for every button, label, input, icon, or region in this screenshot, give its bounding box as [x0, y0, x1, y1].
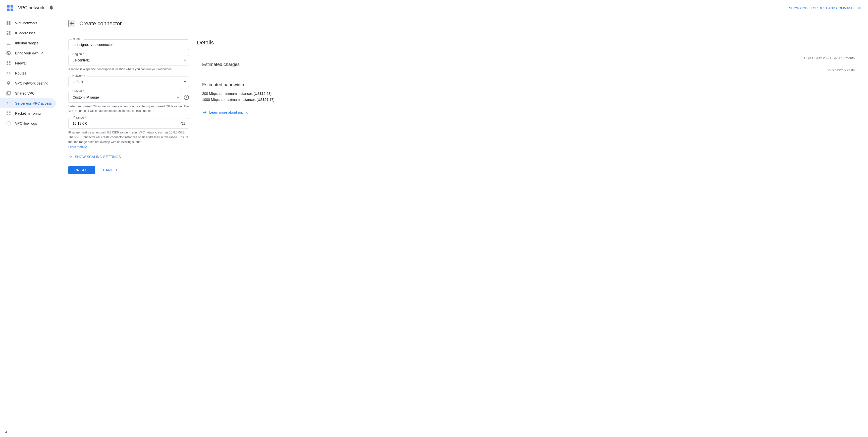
subnet-select[interactable]: Custom IP range [68, 92, 182, 103]
network-costs-label: Plus network costs [202, 68, 855, 76]
app-icon [6, 4, 14, 12]
form-section: Name * Region * us-central1 ▾ A region i… [68, 39, 189, 174]
sidebar-item-firewall[interactable]: Firewall [0, 58, 56, 68]
mirror-icon [6, 111, 11, 116]
bandwidth-min: 200 Mbps at minimum instances (US$12.23) [202, 92, 855, 96]
back-button[interactable] [68, 20, 75, 27]
estimated-charges-label: Estimated charges [202, 62, 855, 67]
sidebar-label-vpc-flow-logs: VPC flow logs [15, 122, 37, 126]
menu-icon [6, 41, 11, 46]
collapse-icon: ◄ [4, 430, 7, 434]
sidebar-label-ip-addresses: IP addresses [15, 31, 35, 35]
network-field: Network * default ▾ [68, 76, 189, 87]
sidebar-label-packet-mirroring: Packet mirroring [15, 111, 41, 115]
grid-icon [6, 21, 11, 26]
scaling-label: SHOW SCALING SETTINGS [75, 155, 121, 159]
globe-icon [6, 51, 11, 56]
sidebar-collapse-button[interactable]: ◄ [0, 427, 60, 437]
name-label: Name * [71, 37, 84, 41]
estimated-bandwidth-label: Estimated bandwidth [202, 82, 855, 88]
ip-range-field: IP range * /28 IP range must be an unuse… [68, 118, 189, 149]
svg-rect-4 [7, 31, 8, 32]
topbar: VPC network SHOW CODE FOR REST AND COMMA… [0, 0, 868, 16]
pricing-range: USD US$12.23 – US$61.17/month [202, 56, 855, 60]
sidebar-item-vpc-network-peering[interactable]: VPC network peering [0, 78, 56, 88]
svg-rect-5 [7, 33, 8, 35]
subnet-row: Subnet * Custom IP range ▾ ? [68, 92, 189, 103]
sidebar-label-vpc-network-peering: VPC network peering [15, 81, 48, 85]
firewall-icon [6, 61, 11, 66]
sidebar-label-bring-your-own-ip: Bring your own IP [15, 51, 43, 55]
page-header: Create connector [60, 16, 868, 31]
ip-range-input-wrapper: IP range * /28 [68, 118, 189, 129]
scaling-settings-toggle[interactable]: SHOW SCALING SETTINGS [68, 155, 189, 159]
learn-more-pricing-label: Learn more about pricing [209, 110, 248, 114]
name-input[interactable] [68, 40, 189, 50]
sidebar-item-bring-your-own-ip[interactable]: Bring your own IP [0, 48, 56, 58]
subnet-label: Subnet * [71, 90, 85, 93]
cancel-button[interactable]: CANCEL [99, 166, 122, 174]
main-content: Create connector Name * Region * [60, 16, 868, 437]
logs-icon [6, 121, 11, 126]
serverless-icon [6, 101, 11, 106]
region-select-wrapper: Region * us-central1 ▾ [68, 55, 189, 65]
network-select-wrapper: Network * default ▾ [68, 76, 189, 87]
sidebar-label-shared-vpc: Shared VPC [15, 91, 35, 95]
show-code-link[interactable]: SHOW CODE FOR REST AND COMMAND LINE [789, 6, 862, 10]
bandwidth-section: Estimated bandwidth 200 Mbps at minimum … [202, 80, 855, 115]
sidebar-item-ip-addresses[interactable]: IP addresses [0, 28, 56, 38]
ip-range-label: IP range * [71, 116, 87, 120]
subnet-help-icon[interactable]: ? [184, 95, 189, 100]
routes-icon [6, 71, 11, 76]
topbar-left: VPC network [6, 4, 54, 12]
page-title: Create connector [80, 20, 122, 27]
bell-icon[interactable] [49, 5, 54, 11]
learn-more-pricing-link[interactable]: Learn more about pricing [202, 106, 855, 115]
region-hint: A region is a specific geographical loca… [68, 67, 189, 71]
subnet-select-wrapper: Subnet * Custom IP range ▾ [68, 92, 182, 103]
svg-rect-6 [9, 31, 10, 34]
ip-range-hint: IP range must be an unused /28 CIDR rang… [68, 130, 189, 149]
network-select[interactable]: default [68, 76, 189, 87]
action-buttons: CREATE CANCEL [68, 166, 189, 174]
sidebar-label-routes: Routes [15, 71, 26, 75]
sidebar-label-serverless-vpc-access: Serverless VPC access [15, 101, 52, 105]
region-label: Region * [71, 53, 85, 56]
sidebar-item-vpc-networks[interactable]: VPC networks [0, 18, 56, 28]
sidebar-item-serverless-vpc-access[interactable]: Serverless VPC access [0, 98, 56, 108]
sidebar-item-routes[interactable]: Routes [0, 68, 56, 78]
svg-rect-1 [10, 5, 13, 7]
sidebar: VPC networks IP addresses Internal range… [0, 16, 60, 437]
sidebar-item-packet-mirroring[interactable]: Packet mirroring [0, 108, 56, 119]
sidebar-item-vpc-flow-logs[interactable]: VPC flow logs [0, 119, 56, 129]
arrow-right-icon [202, 110, 207, 115]
create-button[interactable]: CREATE [68, 166, 95, 174]
learn-more-link[interactable]: Learn more [68, 145, 84, 149]
ip-range-suffix: /28 [181, 122, 186, 126]
name-field: Name * [68, 39, 189, 50]
app-title: VPC network [18, 5, 44, 10]
bandwidth-max: 1000 Mbps at maximum instances (US$61.17… [202, 98, 855, 102]
sidebar-label-internal-ranges: Internal ranges [15, 41, 38, 45]
sidebar-item-shared-vpc[interactable]: Shared VPC [0, 88, 56, 98]
svg-rect-3 [10, 8, 13, 11]
ip-range-hint-text: IP range must be an unused /28 CIDR rang… [68, 131, 188, 144]
chevron-down-icon [68, 155, 73, 159]
svg-rect-2 [7, 8, 9, 11]
svg-rect-7 [9, 34, 10, 35]
region-field: Region * us-central1 ▾ A region is a spe… [68, 55, 189, 71]
sidebar-label-firewall: Firewall [15, 61, 27, 65]
peering-icon [6, 81, 11, 86]
dashboard-icon [6, 31, 11, 36]
layout: VPC networks IP addresses Internal range… [0, 16, 868, 437]
subnet-field: Subnet * Custom IP range ▾ ? Select an u… [68, 92, 189, 113]
region-select[interactable]: us-central1 [68, 55, 189, 65]
sidebar-label-vpc-networks: VPC networks [15, 21, 37, 25]
ip-range-input[interactable] [68, 119, 189, 129]
network-label: Network * [71, 74, 86, 77]
content-area: Name * Region * us-central1 ▾ A region i… [60, 31, 868, 182]
sidebar-item-internal-ranges[interactable]: Internal ranges [0, 38, 56, 48]
name-input-wrapper: Name * [68, 39, 189, 50]
learn-more-row: Learn more [68, 145, 189, 149]
subnet-hint: Select an unused /28 subnet or create a … [68, 104, 189, 113]
